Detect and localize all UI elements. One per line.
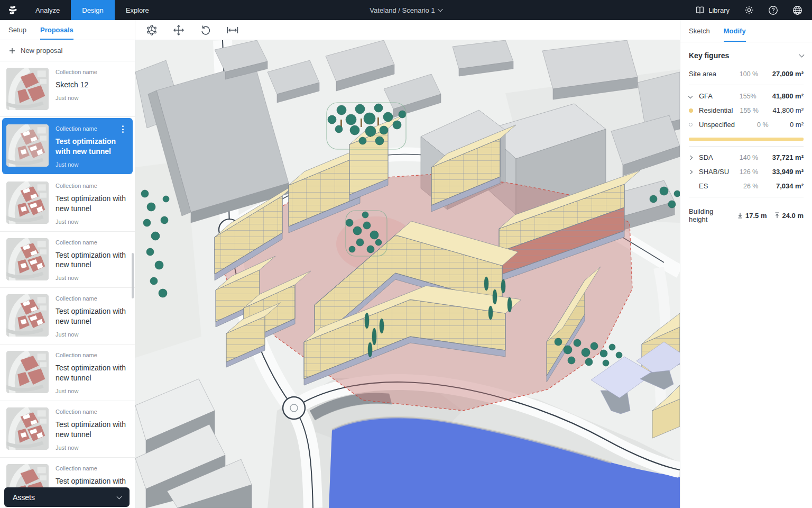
library-button[interactable]: Library <box>695 6 730 14</box>
sidebar-scrollbar[interactable] <box>132 253 134 298</box>
key-figure-percent: 26 % <box>743 183 776 190</box>
key-figure-icon <box>689 123 699 126</box>
proposal-meta: Collection name Test optimization with n… <box>56 182 128 225</box>
tab-setup[interactable]: Setup <box>8 20 26 40</box>
key-figure-label: SDA <box>699 153 740 161</box>
proposal-card[interactable]: Collection name Test optimization with n… <box>0 232 135 288</box>
scenario-title: Vateland / Scenario 1 <box>370 6 435 14</box>
proposal-thumbnail <box>6 294 49 337</box>
proposal-meta: Collection name Test optimization with n… <box>56 351 128 394</box>
proposal-thumbnail <box>6 351 49 393</box>
new-proposal-button[interactable]: New proposal <box>0 40 135 61</box>
move-tool-icon[interactable] <box>169 22 188 38</box>
key-figure-icon <box>689 156 699 159</box>
nav-tab-explore[interactable]: Explore <box>115 0 160 20</box>
key-figures-area-section: SDA 140 % 37,721 m² SHAB/SU 126 % 33,949… <box>680 150 812 193</box>
plus-icon <box>9 48 15 54</box>
edit-vertices-tool-icon[interactable] <box>142 22 161 38</box>
proposal-card[interactable]: Collection name Test optimization with n… <box>0 175 135 232</box>
proposal-timestamp: Just now <box>56 219 128 225</box>
settings-gear-icon[interactable] <box>744 5 754 15</box>
help-icon[interactable] <box>768 5 778 15</box>
key-figure-percent: 140 % <box>740 154 772 161</box>
key-figure-value: 7,034 m² <box>776 182 804 190</box>
key-figure-percent: 126 % <box>740 168 772 176</box>
proposal-thumbnail <box>6 124 49 167</box>
key-figure-label: ES <box>699 182 743 190</box>
proposal-timestamp: Just now <box>56 388 128 394</box>
key-figure-row[interactable]: Residential 155 % 41,800 m² <box>680 103 812 117</box>
key-figure-row[interactable]: ES 26 % 7,034 m² <box>680 179 812 193</box>
key-figure-label: GFA <box>699 92 740 100</box>
key-figures-gfa-section: GFA 155% 41,800 m² Residential 155 % 41,… <box>680 89 812 132</box>
kebab-menu-icon[interactable] <box>119 124 126 134</box>
key-figure-icon <box>689 95 699 98</box>
topbar-actions: Library <box>695 5 812 15</box>
proposal-meta: Collection name Test optimization with n… <box>56 124 128 168</box>
key-figure-percent: 100 % <box>740 70 772 78</box>
measure-distance-tool-icon[interactable] <box>223 22 242 38</box>
proposal-title: Test optimization with new tunnel <box>56 420 128 440</box>
key-figure-percent: 155 % <box>740 107 772 114</box>
chevron-down-icon <box>117 494 122 499</box>
key-figure-row[interactable]: Unspecified 0 % 0 m² <box>680 117 812 132</box>
key-figures-site-section: Site area 100 % 27,009 m² <box>680 67 812 81</box>
book-icon <box>695 6 705 14</box>
proposal-meta: Collection name Test optimization with n… <box>56 238 128 282</box>
min-height-value: 17.5 m <box>745 212 767 220</box>
tab-sketch[interactable]: Sketch <box>689 20 710 42</box>
rotate-tool-icon[interactable] <box>196 22 215 38</box>
proposal-list: Collection name Sketch 12 Just now <box>0 61 135 508</box>
tab-proposals[interactable]: Proposals <box>40 20 73 40</box>
key-figure-label: SHAB/SU <box>699 168 740 176</box>
gfa-distribution-bar <box>689 138 804 141</box>
map-3d-canvas-region <box>135 20 680 508</box>
key-figure-label: Unspecified <box>699 121 757 129</box>
proposal-title: Sketch 12 <box>56 80 97 90</box>
key-figure-row[interactable]: GFA 155% 41,800 m² <box>680 89 812 103</box>
tab-modify[interactable]: Modify <box>724 20 746 42</box>
key-figure-value: 41,800 m² <box>772 106 804 114</box>
key-figure-value: 37,721 m² <box>772 153 804 161</box>
proposal-title: Test optimization with new tunnel <box>56 137 128 157</box>
globe-icon[interactable] <box>792 5 802 15</box>
collection-name: Collection name <box>56 125 128 132</box>
proposal-title: Test optimization with new tunnel <box>56 194 128 214</box>
proposal-timestamp: Just now <box>56 95 97 101</box>
collection-name: Collection name <box>56 352 128 358</box>
proposal-title: Test optimization with new tunnel <box>56 306 128 326</box>
key-figure-percent: 0 % <box>757 121 790 129</box>
scenario-breadcrumb[interactable]: Vateland / Scenario 1 <box>370 6 442 14</box>
proposal-title: Test optimization with new tunnel <box>56 363 128 383</box>
key-figure-row[interactable]: SHAB/SU 126 % 33,949 m² <box>680 165 812 179</box>
building-height-row: Building height 17.5 m 24.0 m <box>680 201 812 223</box>
proposal-card[interactable]: Collection name Test optimization with n… <box>0 401 135 458</box>
proposal-card[interactable]: Collection name Test optimization with n… <box>2 118 133 174</box>
building-height-min[interactable]: 17.5 m <box>737 212 767 220</box>
proposal-card[interactable]: Collection name Sketch 12 Just now <box>0 61 135 117</box>
key-figures-header[interactable]: Key figures <box>680 42 812 67</box>
key-figure-percent: 155% <box>740 93 772 100</box>
key-figure-label: Residential <box>699 106 740 114</box>
collection-name: Collection name <box>56 295 128 302</box>
building-height-max[interactable]: 24.0 m <box>774 212 804 220</box>
proposal-thumbnail <box>6 407 49 450</box>
divider <box>689 85 804 85</box>
key-figure-row[interactable]: Site area 100 % 27,009 m² <box>680 67 812 81</box>
max-height-value: 24.0 m <box>782 212 804 220</box>
app-logo-icon[interactable] <box>0 0 24 20</box>
proposal-card[interactable]: Collection name Test optimization with n… <box>0 288 135 344</box>
assets-drawer-toggle[interactable]: Assets <box>4 487 130 507</box>
proposal-card[interactable]: Collection name Test optimization with n… <box>0 344 135 401</box>
chevron-down-icon <box>438 7 443 12</box>
proposal-meta: Collection name Sketch 12 Just now <box>56 68 97 110</box>
key-figure-value: 27,009 m² <box>772 70 804 78</box>
key-figure-row[interactable]: SDA 140 % 37,721 m² <box>680 150 812 165</box>
nav-tab-analyze[interactable]: Analyze <box>24 0 71 20</box>
proposal-meta: Collection name Test optimization with n… <box>56 407 128 451</box>
nav-tab-design[interactable]: Design <box>71 0 114 20</box>
inspector-panel: Sketch Modify Key figures Site area 100 … <box>680 20 812 508</box>
arrow-down-to-line-icon <box>737 212 743 219</box>
map-3d-viewport[interactable] <box>135 40 680 508</box>
collection-name: Collection name <box>56 465 128 471</box>
